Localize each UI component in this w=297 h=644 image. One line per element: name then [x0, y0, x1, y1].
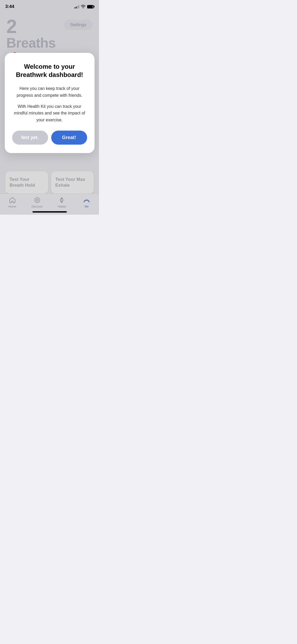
- modal-card: Welcome to your Breathwrk dashboard! Her…: [5, 53, 95, 153]
- modal-body-1: Here you can keep track of your progress…: [12, 85, 87, 99]
- modal-title: Welcome to your Breathwrk dashboard!: [12, 62, 87, 79]
- modal-buttons: Not yet. Great!: [12, 131, 87, 145]
- modal-overlay: Welcome to your Breathwrk dashboard! Her…: [0, 0, 99, 215]
- not-yet-button[interactable]: Not yet.: [12, 131, 48, 145]
- great-button[interactable]: Great!: [51, 131, 87, 145]
- modal-body-2: With Health Kit you can track your mindf…: [12, 103, 87, 123]
